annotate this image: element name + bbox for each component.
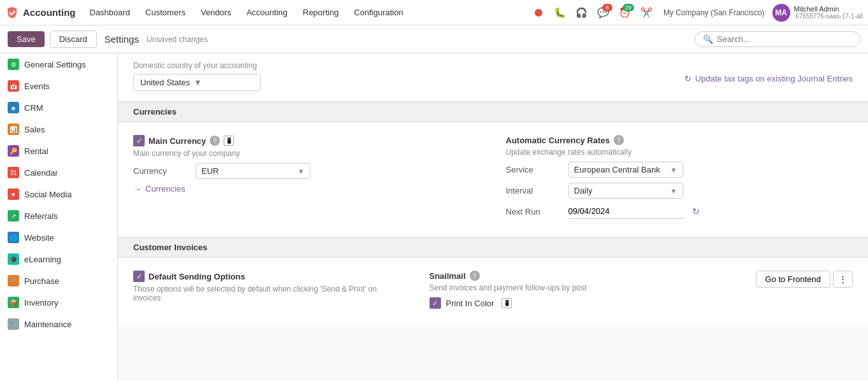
support-icon[interactable]: 🎧 — [573, 4, 591, 22]
sidebar-item-events[interactable]: 📅 Events — [0, 75, 117, 97]
print-color-row: ✓ Print In Color 📱 — [430, 297, 700, 309]
sidebar: ⚙ General Settings 📅 Events ◈ CRM 📊 Sale… — [0, 53, 118, 381]
purchase-icon: 🛒 — [8, 275, 19, 286]
next-run-label: Next Run — [506, 207, 563, 216]
referrals-icon: ↗ — [8, 210, 19, 222]
nav-item-vendors[interactable]: Vendors — [194, 5, 238, 20]
main-currency-title: Main Currency — [148, 136, 206, 146]
sidebar-item-calendar[interactable]: 31 Calendar — [0, 162, 117, 183]
elearning-icon: 🎓 — [8, 253, 19, 265]
nav-item-customers[interactable]: Customers — [139, 5, 192, 20]
snailmail-header: Snailmail ? — [430, 271, 700, 281]
activity-icon[interactable]: ⏰ 29 — [616, 4, 634, 22]
more-options-button[interactable]: ⋮ — [833, 271, 853, 288]
scissors-icon[interactable]: ✂️ — [638, 4, 656, 22]
interval-dropdown-arrow: ▼ — [670, 187, 677, 195]
service-form-row: Service European Central Bank ▼ — [506, 162, 853, 178]
country-dropdown[interactable]: United States ▼ — [133, 74, 261, 91]
next-run-refresh-icon[interactable]: ↻ — [688, 204, 704, 219]
settings-toolbar: Save Discard Settings Unsaved changes 🔍 — [0, 25, 868, 53]
debug-icon[interactable] — [530, 4, 547, 22]
country-selector-area: Domestic country of your accounting Unit… — [133, 61, 659, 91]
search-bar[interactable]: 🔍 — [695, 31, 860, 47]
default-sending-checkbox[interactable]: ✓ — [133, 271, 145, 282]
sidebar-item-purchase[interactable]: 🛒 Purchase — [0, 270, 117, 292]
default-sending-title: Default Sending Options — [148, 272, 245, 281]
main-content: Domestic country of your accounting Unit… — [118, 53, 868, 381]
sidebar-item-website[interactable]: 🌐 Website — [0, 227, 117, 248]
brand-logo[interactable]: Accounting — [5, 6, 76, 20]
sidebar-label-referrals: Referrals — [24, 211, 58, 221]
currency-value: EUR — [201, 166, 294, 176]
default-sending-desc: Those options will be selected by defaul… — [133, 285, 404, 302]
service-dropdown-arrow: ▼ — [670, 166, 677, 174]
user-menu[interactable]: MA Mitchell Admin ‎ 67655776-saas-17-1-a… — [772, 4, 863, 22]
sidebar-label-elearning: eLearning — [24, 255, 61, 264]
bug-icon[interactable]: 🐛 — [551, 4, 569, 22]
sidebar-item-rental[interactable]: 🔑 Rental — [0, 140, 117, 162]
sidebar-label-crm: CRM — [24, 103, 43, 113]
customer-invoices-content: ✓ Default Sending Options Those options … — [118, 258, 868, 327]
sidebar-item-elearning[interactable]: 🎓 eLearning — [0, 248, 117, 270]
nav-item-reporting[interactable]: Reporting — [296, 5, 345, 20]
user-info: Mitchell Admin ‎ 67655776-saas-17-1-all — [794, 5, 863, 20]
sidebar-label-website: Website — [24, 233, 54, 243]
maintenance-icon: 🔧 — [8, 318, 19, 330]
main-currency-help-icon[interactable]: ? — [210, 136, 220, 146]
save-button[interactable]: Save — [8, 31, 45, 47]
default-sending-header: ✓ Default Sending Options — [133, 271, 404, 282]
social-media-icon: ♥ — [8, 188, 19, 200]
sidebar-item-referrals[interactable]: ↗ Referrals — [0, 205, 117, 227]
unsaved-indicator: Unsaved changes — [147, 35, 208, 44]
auto-rates-col: Automatic Currency Rates ? Update exchan… — [506, 135, 853, 224]
sidebar-item-sales[interactable]: 📊 Sales — [0, 118, 117, 140]
message-icon[interactable]: 💬 8 — [595, 4, 612, 22]
sidebar-label-purchase: Purchase — [24, 276, 59, 286]
service-dropdown[interactable]: European Central Bank ▼ — [568, 162, 683, 178]
auto-rates-header: Automatic Currency Rates ? — [506, 135, 853, 145]
interval-dropdown[interactable]: Daily ▼ — [568, 183, 683, 199]
sidebar-item-maintenance[interactable]: 🔧 Maintenance — [0, 313, 117, 335]
sidebar-item-inventory[interactable]: 📦 Inventory — [0, 292, 117, 313]
company-name: My Company (San Francisco) — [658, 8, 770, 17]
currencies-section-header: Currencies — [118, 101, 868, 122]
events-icon: 📅 — [8, 80, 19, 92]
country-value: United States — [140, 78, 190, 87]
snailmail-help-icon[interactable]: ? — [470, 271, 480, 281]
sidebar-item-crm[interactable]: ◈ CRM — [0, 97, 117, 118]
print-color-checkbox[interactable]: ✓ — [430, 297, 441, 309]
update-tax-tags-link[interactable]: ↻ Update tax tags on existing Journal En… — [684, 74, 853, 83]
sidebar-label-general-settings: General Settings — [24, 60, 86, 69]
go-to-frontend-button[interactable]: Go to Frontend — [756, 271, 830, 288]
customer-invoices-row: ✓ Default Sending Options Those options … — [133, 271, 853, 314]
search-input[interactable] — [717, 34, 852, 44]
sidebar-item-social-media[interactable]: ♥ Social Media — [0, 183, 117, 205]
currency-dropdown[interactable]: EUR ▼ — [196, 163, 310, 179]
country-dropdown-arrow: ▼ — [194, 78, 202, 87]
currencies-title: Currencies — [133, 107, 177, 117]
website-icon: 🌐 — [8, 232, 19, 243]
main-currency-col: ✓ Main Currency ? 📱 Main currency of you… — [133, 135, 481, 194]
calendar-icon: 31 — [8, 167, 19, 178]
user-avatar: MA — [772, 4, 790, 22]
service-value: European Central Bank — [574, 165, 667, 174]
currencies-link[interactable]: → Currencies — [133, 184, 481, 194]
sidebar-label-calendar: Calendar — [24, 168, 58, 178]
sidebar-item-general-settings[interactable]: ⚙ General Settings — [0, 53, 117, 75]
auto-rates-help-icon[interactable]: ? — [614, 135, 624, 145]
country-area: Domestic country of your accounting Unit… — [118, 53, 868, 101]
currency-form-row: Currency EUR ▼ — [133, 163, 481, 179]
general-settings-icon: ⚙ — [8, 59, 19, 70]
nav-item-configuration[interactable]: Configuration — [347, 5, 409, 20]
auto-rates-desc: Update exchange rates automatically — [506, 148, 853, 157]
top-navigation: Accounting Dashboard Customers Vendors A… — [0, 0, 868, 25]
main-currency-checkbox[interactable]: ✓ — [133, 135, 145, 146]
currency-label: Currency — [133, 166, 191, 176]
nav-item-accounting[interactable]: Accounting — [240, 5, 294, 20]
discard-button[interactable]: Discard — [50, 31, 97, 48]
currencies-link-label: Currencies — [145, 184, 185, 194]
next-run-input[interactable] — [568, 204, 683, 219]
nav-item-dashboard[interactable]: Dashboard — [83, 5, 137, 20]
frontend-btn-area: Go to Frontend ⋮ — [725, 271, 853, 288]
main-currency-desc: Main currency of your company — [133, 149, 481, 158]
